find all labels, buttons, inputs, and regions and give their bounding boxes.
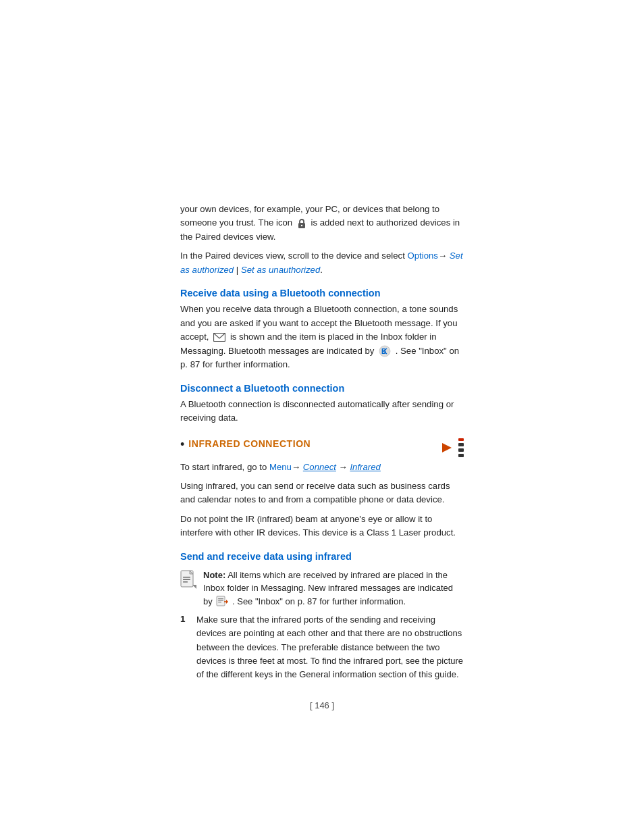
intro-para1: your own devices, for example, your PC, … (180, 203, 464, 244)
heading-receive-bluetooth: Receive data using a Bluetooth connectio… (180, 288, 464, 298)
disconnect-bluetooth-para: A Bluetooth connection is disconnected a… (180, 398, 464, 425)
note-box: Note: All items which are received by in… (180, 569, 464, 608)
ir-bar-3 (458, 448, 464, 452)
svg-point-1 (301, 225, 302, 226)
infrared-section-header: • INFRARED CONNECTION (180, 438, 464, 458)
infrared-connect-link[interactable]: Connect (303, 462, 336, 472)
heading-send-receive-infrared: Send and receive data using infrared (180, 551, 464, 562)
infrared-para3: Do not point the IR (infrared) beam at a… (180, 513, 464, 540)
note-text: Note: All items which are received by in… (203, 569, 464, 608)
svg-rect-17 (218, 600, 223, 601)
link-set-unauthorized[interactable]: Set as unauthorized (241, 265, 320, 275)
heading-disconnect-bluetooth: Disconnect a Bluetooth connection (180, 383, 464, 394)
infrared-para1: To start infrared, go to Menu→ Connect →… (180, 461, 464, 474)
note-end: . See "Inbox" on p. 87 for further infor… (232, 596, 406, 606)
infrared-heading: INFRARED CONNECTION (188, 438, 435, 450)
infrared-icon (442, 438, 464, 458)
page-number: [ 146 ] (180, 700, 464, 710)
step-1: 1 Make sure that the infrared ports of t… (180, 613, 464, 681)
ir-arrow-icon (442, 438, 457, 458)
ir-bars (458, 438, 464, 457)
svg-rect-16 (218, 598, 223, 599)
bullet-dot: • (180, 438, 184, 452)
intro-options: Options (407, 251, 437, 261)
page: your own devices, for example, your PC, … (0, 0, 644, 834)
svg-rect-8 (442, 446, 449, 449)
ir-bar-4 (458, 454, 464, 457)
lock-icon (297, 218, 306, 229)
intro-para2: In the Paired devices view, scroll to th… (180, 249, 464, 277)
note-label: Note: (203, 570, 225, 580)
infrared-menu-link: Menu (269, 462, 292, 472)
envelope-icon (213, 333, 225, 342)
ir-bar-1 (458, 438, 464, 442)
receive-bluetooth-para: When you receive data through a Bluetoot… (180, 303, 464, 371)
svg-rect-11 (183, 577, 190, 578)
ir-bar-2 (458, 443, 464, 446)
intro-pre: In the Paired devices view, scroll to th… (180, 251, 405, 261)
svg-rect-12 (183, 579, 190, 580)
note-doc-icon (180, 570, 198, 589)
content-area: your own devices, for example, your PC, … (180, 0, 464, 710)
bluetooth-message-icon: B (378, 344, 392, 358)
infrared-infrared-link[interactable]: Infrared (350, 462, 380, 472)
svg-rect-18 (218, 602, 221, 602)
ir-msg-indicator-icon (216, 596, 228, 608)
svg-rect-15 (217, 596, 225, 606)
step-1-num: 1 (180, 614, 192, 624)
svg-marker-20 (226, 600, 228, 604)
step-1-text: Make sure that the infrared ports of the… (196, 613, 464, 681)
infrared-para2: Using infrared, you can send or receive … (180, 479, 464, 507)
numbered-steps: 1 Make sure that the infrared ports of t… (180, 613, 464, 681)
svg-rect-13 (183, 581, 188, 583)
